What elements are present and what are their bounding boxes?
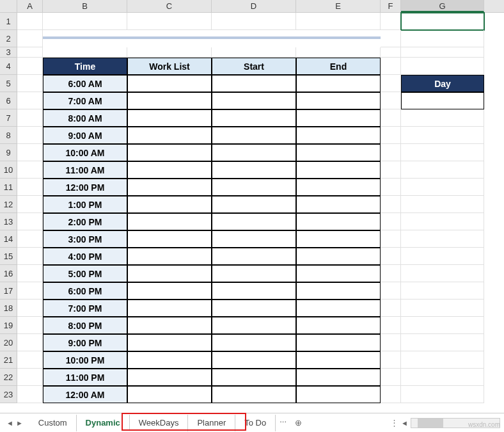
cell-E12[interactable] <box>296 196 381 213</box>
row-header-13[interactable]: 13 <box>0 213 17 230</box>
day-value-cell[interactable] <box>401 92 484 109</box>
cell-C10[interactable] <box>127 161 212 179</box>
cell-F12[interactable] <box>381 196 401 213</box>
cell-B21[interactable]: 10:00 PM <box>43 351 127 369</box>
row-header-18[interactable]: 18 <box>0 300 17 317</box>
cell-B22[interactable]: 11:00 PM <box>43 369 127 386</box>
tab-nav-prev-icon[interactable]: ◄ <box>6 419 13 427</box>
cell-C8[interactable] <box>127 127 212 144</box>
cell-D2[interactable] <box>212 30 296 47</box>
col-header-C[interactable]: C <box>127 0 212 12</box>
cell-C18[interactable] <box>127 300 212 317</box>
cell-D5[interactable] <box>212 75 296 92</box>
cell-A9[interactable] <box>17 144 43 161</box>
cell-C22[interactable] <box>127 369 212 386</box>
cell-C6[interactable] <box>127 92 212 109</box>
cell-G13[interactable] <box>401 213 484 230</box>
cell-E7[interactable] <box>296 109 381 127</box>
cell-B9[interactable]: 10:00 AM <box>43 144 127 161</box>
cell-E20[interactable] <box>296 334 381 351</box>
cell-A8[interactable] <box>17 127 43 144</box>
cell-F2[interactable] <box>381 30 401 47</box>
row-header-1[interactable]: 1 <box>0 13 17 30</box>
cell-B6[interactable]: 7:00 AM <box>43 92 127 109</box>
cell-D16[interactable] <box>212 265 296 282</box>
row-header-12[interactable]: 12 <box>0 196 17 213</box>
cell-D23[interactable] <box>212 386 296 403</box>
cell-F11[interactable] <box>381 179 401 196</box>
cell-D21[interactable] <box>212 351 296 369</box>
cell-G18[interactable] <box>401 300 484 317</box>
cell-B17[interactable]: 6:00 PM <box>43 282 127 300</box>
cell-E1[interactable] <box>296 13 381 30</box>
cell-C17[interactable] <box>127 282 212 300</box>
cell-C1[interactable] <box>127 13 212 30</box>
cell-C3[interactable] <box>127 47 212 58</box>
cell-G15[interactable] <box>401 248 484 265</box>
cell-G3[interactable] <box>401 47 484 58</box>
row-header-22[interactable]: 22 <box>0 369 17 386</box>
cell-G9[interactable] <box>401 144 484 161</box>
cell-A18[interactable] <box>17 300 43 317</box>
tab-custom[interactable]: Custom <box>29 415 77 431</box>
row-header-15[interactable]: 15 <box>0 248 17 265</box>
cell-E6[interactable] <box>296 92 381 109</box>
cell-D18[interactable] <box>212 300 296 317</box>
cell-C21[interactable] <box>127 351 212 369</box>
cell-F19[interactable] <box>381 317 401 334</box>
cell-E17[interactable] <box>296 282 381 300</box>
cell-C20[interactable] <box>127 334 212 351</box>
cell-F4[interactable] <box>381 58 401 75</box>
row-header-10[interactable]: 10 <box>0 161 17 179</box>
cell-E3[interactable] <box>296 47 381 58</box>
cell-F14[interactable] <box>381 230 401 248</box>
col-header-E[interactable]: E <box>296 0 381 12</box>
cell-A6[interactable] <box>17 92 43 109</box>
cell-F23[interactable] <box>381 386 401 403</box>
cell-E23[interactable] <box>296 386 381 403</box>
row-header-8[interactable]: 8 <box>0 127 17 144</box>
cell-G2[interactable] <box>401 30 484 47</box>
row-header-19[interactable]: 19 <box>0 317 17 334</box>
cell-G19[interactable] <box>401 317 484 334</box>
cell-E10[interactable] <box>296 161 381 179</box>
row-header-7[interactable]: 7 <box>0 109 17 127</box>
cell-F18[interactable] <box>381 300 401 317</box>
header-end[interactable]: End <box>296 58 381 75</box>
cell-D10[interactable] <box>212 161 296 179</box>
cell-A4[interactable] <box>17 58 43 75</box>
cell-C7[interactable] <box>127 109 212 127</box>
cell-A19[interactable] <box>17 317 43 334</box>
cell-G17[interactable] <box>401 282 484 300</box>
day-header[interactable]: Day <box>401 75 484 92</box>
cell-B10[interactable]: 11:00 AM <box>43 161 127 179</box>
cell-G10[interactable] <box>401 161 484 179</box>
cell-D22[interactable] <box>212 369 296 386</box>
cell-D14[interactable] <box>212 230 296 248</box>
row-header-16[interactable]: 16 <box>0 265 17 282</box>
cell-F6[interactable] <box>381 92 401 109</box>
cell-E18[interactable] <box>296 300 381 317</box>
tab-todo[interactable]: To Do <box>235 415 276 431</box>
row-header-11[interactable]: 11 <box>0 179 17 196</box>
cell-B15[interactable]: 4:00 PM <box>43 248 127 265</box>
cell-A16[interactable] <box>17 265 43 282</box>
cell-B14[interactable]: 3:00 PM <box>43 230 127 248</box>
tab-dynamic[interactable]: Dynamic <box>77 415 130 431</box>
cell-D7[interactable] <box>212 109 296 127</box>
cell-A2[interactable] <box>17 30 43 47</box>
col-header-A[interactable]: A <box>17 0 43 12</box>
row-header-9[interactable]: 9 <box>0 144 17 161</box>
scrollbar-thumb[interactable] <box>418 419 443 428</box>
cell-E5[interactable] <box>296 75 381 92</box>
cell-F17[interactable] <box>381 282 401 300</box>
row-header-14[interactable]: 14 <box>0 230 17 248</box>
cell-A15[interactable] <box>17 248 43 265</box>
cell-C5[interactable] <box>127 75 212 92</box>
cell-B7[interactable]: 8:00 AM <box>43 109 127 127</box>
cell-B20[interactable]: 9:00 PM <box>43 334 127 351</box>
cell-A5[interactable] <box>17 75 43 92</box>
row-header-20[interactable]: 20 <box>0 334 17 351</box>
cell-G7[interactable] <box>401 109 484 127</box>
cell-D15[interactable] <box>212 248 296 265</box>
